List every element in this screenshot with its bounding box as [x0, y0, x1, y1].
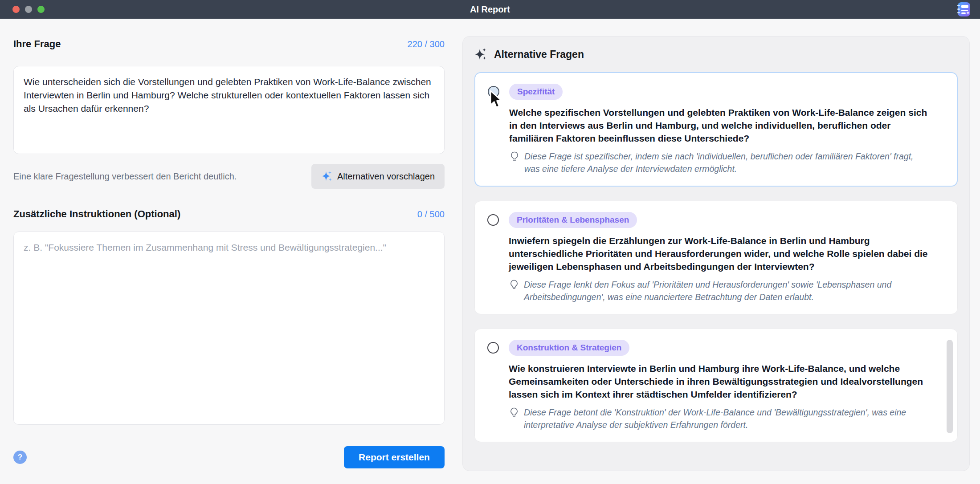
alternative-question-3: Wie konstruieren Interviewte in Berlin u…: [509, 362, 936, 401]
alternative-card-2[interactable]: Prioritäten & Lebensphasen Inwiefern spi…: [474, 201, 958, 314]
instructions-input[interactable]: [13, 232, 445, 425]
alternative-question-2: Inwiefern spiegeln die Erzählungen zur W…: [509, 234, 936, 273]
suggest-alternatives-label: Alternativen vorschlagen: [337, 171, 435, 182]
question-char-counter: 220 / 300: [408, 39, 445, 49]
question-input[interactable]: Wie unterscheiden sich die Vorstellungen…: [13, 66, 445, 154]
sparkles-icon: [474, 48, 488, 61]
help-button[interactable]: ?: [13, 451, 27, 464]
minimize-window-button[interactable]: [25, 6, 32, 13]
question-hint: Eine klare Fragestellung verbessert den …: [13, 171, 237, 182]
alternative-card-1[interactable]: Spezifität Welche spezifischen Vorstellu…: [474, 72, 958, 187]
help-icon: ?: [18, 453, 22, 462]
alternative-card-3[interactable]: Konstruktion & Strategien Wie konstruier…: [474, 329, 958, 442]
alternative-radio-2[interactable]: [487, 214, 499, 226]
alternative-radio-3[interactable]: [487, 342, 499, 354]
instructions-label: Zusätzliche Instruktionen (Optional): [13, 208, 180, 220]
lightbulb-icon: [509, 407, 519, 418]
window-title: AI Report: [470, 4, 510, 15]
alternative-explanation-1: Diese Frage ist spezifischer, indem sie …: [524, 150, 923, 175]
lightbulb-icon: [509, 151, 520, 162]
window-controls: [12, 0, 45, 19]
alternative-badge-1: Spezifität: [509, 84, 563, 100]
titlebar: AI Report: [0, 0, 980, 19]
alternative-question-1: Welche spezifischen Vorstellungen und ge…: [509, 106, 937, 145]
report-form: Ihre Frage 220 / 300 Wie unterscheiden s…: [13, 19, 445, 468]
create-report-button[interactable]: Report erstellen: [344, 446, 445, 468]
scrollbar-thumb[interactable]: [947, 340, 953, 433]
instructions-char-counter: 0 / 500: [417, 209, 445, 220]
alternatives-title: Alternative Fragen: [494, 49, 584, 61]
suggest-alternatives-button[interactable]: Alternativen vorschlagen: [311, 164, 445, 189]
alternative-explanation-2: Diese Frage lenkt den Fokus auf 'Priorit…: [524, 278, 923, 303]
report-app-icon: [956, 1, 972, 17]
zoom-window-button[interactable]: [37, 6, 45, 13]
alternative-questions-panel: Alternative Fragen Spezifität Welche spe…: [462, 36, 970, 471]
alternative-badge-2: Prioritäten & Lebensphasen: [509, 212, 637, 228]
alternative-radio-1[interactable]: [488, 86, 499, 98]
alternative-explanation-3: Diese Frage betont die 'Konstruktion' de…: [524, 406, 923, 431]
alternative-badge-3: Konstruktion & Strategien: [509, 340, 629, 356]
close-window-button[interactable]: [12, 6, 20, 13]
sparkles-icon: [321, 171, 333, 182]
lightbulb-icon: [509, 279, 519, 290]
question-label: Ihre Frage: [13, 38, 61, 50]
